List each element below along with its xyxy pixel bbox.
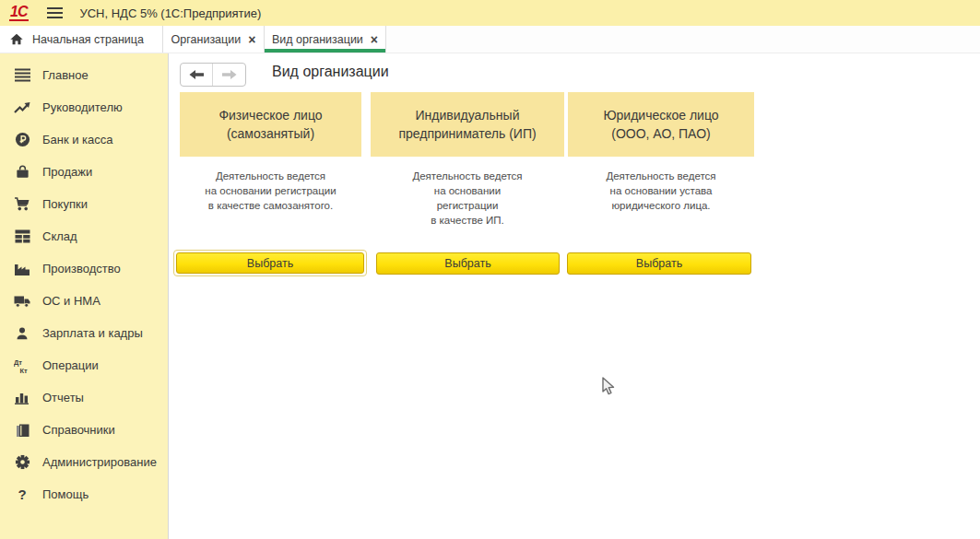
sidebar-item-label: Помощь <box>42 487 89 501</box>
close-icon[interactable]: × <box>248 33 255 46</box>
history-nav-group <box>180 63 246 87</box>
question-icon: ? <box>12 486 32 503</box>
app-window: 1С УСН, НДС 5% (1С:Предприятие) Начальна… <box>0 0 980 539</box>
1c-logo-icon: 1С <box>9 5 29 22</box>
bag-icon <box>12 164 32 181</box>
tab-label: Организации <box>171 33 242 46</box>
svg-text:Кт: Кт <box>20 367 29 374</box>
back-arrow-icon <box>189 69 204 80</box>
svg-text:Дт: Дт <box>14 358 22 367</box>
main-menu-icon[interactable] <box>47 7 63 18</box>
sidebar-item-label: Отчеты <box>42 391 84 404</box>
sidebar-item-label: Справочники <box>42 423 115 437</box>
card-header-individual: Физическое лицо (самозанятый) <box>180 92 361 157</box>
bar-chart-icon <box>12 390 32 406</box>
page-title: Вид организации <box>272 64 389 80</box>
sidebar-item-glavnoe[interactable]: Главное <box>0 59 168 91</box>
tab-organizations[interactable]: Организации × <box>163 26 265 53</box>
cart-icon <box>12 196 32 213</box>
sidebar-item-rukovoditelyu[interactable]: Руководителю <box>0 91 168 123</box>
card-description: Деятельность ведется на основании регист… <box>371 169 564 228</box>
tab-organization-kind[interactable]: Вид организации × <box>265 26 386 53</box>
sidebar-item-label: Производство <box>42 262 121 275</box>
window-title: УСН, НДС 5% (1С:Предприятие) <box>79 6 261 20</box>
gear-icon <box>12 454 32 471</box>
sidebar-item-label: Покупки <box>42 197 88 211</box>
close-icon[interactable]: × <box>371 33 378 46</box>
sidebar-item-pokupki[interactable]: Покупки <box>0 188 168 220</box>
home-icon <box>9 32 24 47</box>
sidebar-item-zarplata-kadry[interactable]: Зарплата и кадры <box>0 317 168 349</box>
sidebar-item-prodazhi[interactable]: Продажи <box>0 156 168 188</box>
sidebar-item-proizvodstvo[interactable]: Производство <box>0 252 168 285</box>
card-description: Деятельность ведется на основании регист… <box>180 169 361 213</box>
card-description: Деятельность ведется на основании устава… <box>568 169 754 213</box>
sidebar-item-operacii[interactable]: Дт Кт Операции <box>0 349 168 381</box>
sidebar-item-label: Зарплата и кадры <box>42 326 143 340</box>
select-button-legal-entity[interactable]: Выбрать <box>567 252 751 275</box>
factory-icon <box>12 261 32 277</box>
mouse-cursor-icon <box>602 377 616 396</box>
sidebar-item-bank-kassa[interactable]: Банк и касса <box>0 123 168 156</box>
tab-home[interactable]: Начальная страница <box>0 26 163 53</box>
sidebar-item-label: ОС и НМА <box>42 294 100 308</box>
tab-label: Начальная страница <box>32 33 144 46</box>
select-button-focus-ring: Выбрать <box>173 250 367 276</box>
book-icon <box>12 422 32 439</box>
sidebar-item-otchety[interactable]: Отчеты <box>0 381 168 414</box>
dt-kt-icon: Дт Кт <box>12 357 32 374</box>
sidebar-item-label: Администрирование <box>42 455 157 469</box>
tabbar: Начальная страница Организации × Вид орг… <box>0 26 980 53</box>
sidebar-item-label: Банк и касса <box>42 133 113 146</box>
grid-icon <box>12 228 32 245</box>
sidebar-item-sklad[interactable]: Склад <box>0 220 168 252</box>
card-header-entrepreneur: Индивидуальный предприниматель (ИП) <box>371 92 564 157</box>
sidebar-item-label: Руководителю <box>42 100 123 114</box>
person-icon <box>12 325 32 342</box>
topbar: 1С УСН, НДС 5% (1С:Предприятие) <box>0 0 980 26</box>
sidebar-item-label: Склад <box>42 229 77 243</box>
card-header-legal-entity: Юридическое лицо (ООО, АО, ПАО) <box>568 92 754 157</box>
select-button-individual[interactable]: Выбрать <box>176 252 364 274</box>
back-button[interactable] <box>181 64 213 86</box>
tabbar-empty-space <box>386 26 980 53</box>
tab-label: Вид организации <box>272 33 363 46</box>
select-button-entrepreneur[interactable]: Выбрать <box>376 252 560 275</box>
sidebar-item-administrirovanie[interactable]: Администрирование <box>0 446 168 478</box>
ruble-circle-icon <box>12 132 32 148</box>
sidebar: Главное Руководителю Банк и касса <box>0 53 169 539</box>
sidebar-item-spravochniki[interactable]: Справочники <box>0 414 168 446</box>
forward-button[interactable] <box>213 64 245 86</box>
sidebar-item-label: Главное <box>42 68 89 82</box>
truck-icon <box>12 293 32 310</box>
sidebar-item-label: Продажи <box>42 165 92 179</box>
menu-lines-icon <box>12 67 32 84</box>
trend-up-icon <box>12 100 32 116</box>
forward-arrow-icon <box>222 69 237 80</box>
main-content: Вид организации Физическое лицо (самозан… <box>169 53 980 539</box>
sidebar-item-label: Операции <box>42 358 99 372</box>
sidebar-item-pomosch[interactable]: ? Помощь <box>0 478 168 510</box>
sidebar-item-os-nma[interactable]: ОС и НМА <box>0 285 168 317</box>
